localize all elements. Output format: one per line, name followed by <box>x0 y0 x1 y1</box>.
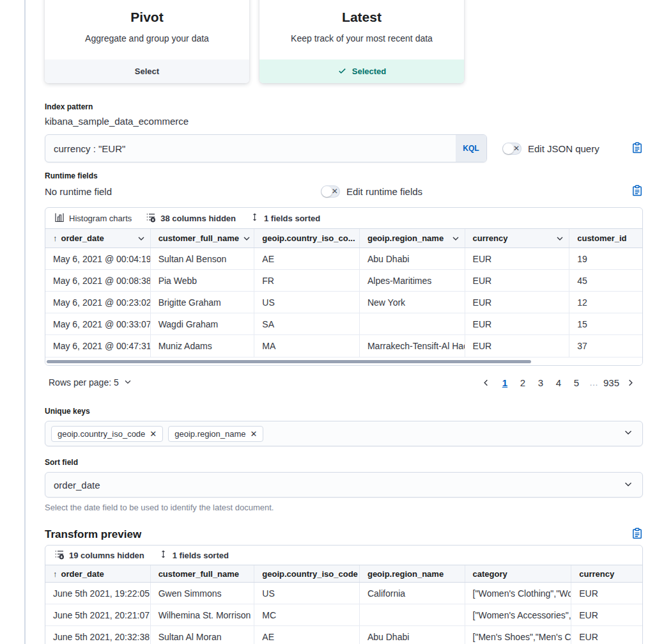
page-button-4[interactable]: 4 <box>551 375 566 390</box>
grid-cell[interactable]: Marrakech-Tensift-Al Hao... <box>360 335 465 357</box>
page-button-5[interactable]: 5 <box>569 375 584 390</box>
grid-cell[interactable]: AE <box>254 626 360 644</box>
grid-cell[interactable]: ["Women's Accessories","... <box>465 604 572 625</box>
columns-hidden-button[interactable]: 38 columns hidden <box>141 210 241 227</box>
grid-cell[interactable]: 19 <box>569 248 642 269</box>
grid-cell[interactable]: US <box>254 583 360 604</box>
histogram-charts-button[interactable]: Histogram charts <box>49 210 137 227</box>
table-row: May 6, 2021 @ 00:04:19...Sultan Al Benso… <box>45 248 642 270</box>
kql-query-input[interactable]: currency : "EUR" KQL <box>45 134 487 162</box>
unique-key-pill[interactable]: geoip.country_iso_code✕ <box>51 426 163 442</box>
column-header-currency[interactable]: currency <box>571 565 642 582</box>
edit-runtime-fields-label: Edit runtime fields <box>346 186 422 197</box>
grid-cell[interactable]: California <box>360 583 465 604</box>
grid-cell[interactable]: EUR <box>465 335 570 357</box>
copy-json-query-button[interactable] <box>631 142 643 155</box>
horizontal-scrollbar-track[interactable] <box>45 357 642 365</box>
grid-cell[interactable]: May 6, 2021 @ 00:08:38... <box>45 270 151 291</box>
grid-cell[interactable]: Wagdi Graham <box>151 313 255 334</box>
grid-cell[interactable]: Abu Dhabi <box>360 248 465 269</box>
column-header-order_date[interactable]: ↑order_date <box>45 565 151 582</box>
fields-sorted-button[interactable]: 1 fields sorted <box>153 547 234 563</box>
grid-cell[interactable]: EUR <box>571 604 642 625</box>
grid-cell[interactable]: MA <box>254 335 360 357</box>
edit-runtime-fields-toggle[interactable]: ✕ <box>321 185 340 198</box>
grid-cell[interactable]: FR <box>254 270 360 291</box>
column-header-customer_full_name[interactable]: customer_full_name <box>151 565 255 582</box>
unique-keys-combobox[interactable]: geoip.country_iso_code✕geoip.region_name… <box>45 421 643 446</box>
grid-cell[interactable]: May 6, 2021 @ 00:33:07... <box>45 313 151 334</box>
unique-keys-label: Unique keys <box>45 407 643 416</box>
grid-cell[interactable]: ["Women's Clothing","Wo... <box>465 583 572 604</box>
grid-cell[interactable]: EUR <box>465 270 570 291</box>
grid-cell[interactable]: Wilhemina St. Morrison <box>151 604 255 625</box>
previous-page-button[interactable] <box>477 378 495 388</box>
grid-cell[interactable]: New York <box>360 292 465 313</box>
copy-preview-button[interactable] <box>631 528 643 541</box>
histogram-icon <box>54 212 65 224</box>
column-header-currency[interactable]: currency <box>465 229 570 247</box>
grid-cell[interactable]: Sultan Al Benson <box>151 248 255 269</box>
grid-cell[interactable]: May 6, 2021 @ 00:23:02... <box>45 292 151 313</box>
pivot-select-button[interactable]: Select <box>45 59 249 83</box>
grid-cell[interactable]: EUR <box>465 248 570 269</box>
grid-cell[interactable]: May 6, 2021 @ 00:04:19... <box>45 248 151 269</box>
sort-fields-icon <box>158 549 168 561</box>
grid-cell[interactable]: AE <box>254 248 360 269</box>
column-header-category[interactable]: category <box>465 565 572 582</box>
grid-cell[interactable]: 12 <box>569 292 642 313</box>
grid-cell[interactable]: Muniz Adams <box>151 335 255 357</box>
grid-cell[interactable]: June 5th 2021, 19:22:05 <box>45 583 151 604</box>
grid-cell[interactable]: Gwen Simmons <box>151 583 255 604</box>
fields-sorted-button[interactable]: 1 fields sorted <box>245 210 325 226</box>
grid-cell[interactable] <box>360 313 465 334</box>
column-header-order_date[interactable]: ↑order_date <box>45 229 151 247</box>
next-page-button[interactable] <box>622 378 639 388</box>
remove-key-icon[interactable]: ✕ <box>150 429 157 439</box>
grid-cell[interactable]: ["Men's Shoes","Men's Cl... <box>465 626 572 644</box>
column-header-customer_id[interactable]: customer_id <box>569 229 642 247</box>
copy-runtime-fields-button[interactable] <box>631 185 643 198</box>
page-button-2[interactable]: 2 <box>515 375 530 390</box>
grid-cell[interactable]: 15 <box>569 313 642 334</box>
rows-per-page-button[interactable]: Rows per page: 5 <box>49 377 132 388</box>
grid-cell[interactable]: Brigitte Graham <box>151 292 255 313</box>
grid-cell[interactable]: 45 <box>569 270 642 291</box>
grid-cell[interactable]: Abu Dhabi <box>360 626 465 644</box>
column-header-geoipregion_name[interactable]: geoip.region_name <box>360 565 465 582</box>
grid-cell[interactable]: May 6, 2021 @ 00:47:31... <box>45 335 151 357</box>
grid-cell[interactable]: Alpes-Maritimes <box>360 270 465 291</box>
column-header-geoipregion_name[interactable]: geoip.region_name <box>360 229 465 247</box>
grid-cell[interactable] <box>360 604 465 625</box>
kql-language-badge[interactable]: KQL <box>456 135 486 162</box>
remove-key-icon[interactable]: ✕ <box>251 429 258 439</box>
grid-cell[interactable]: US <box>254 292 360 313</box>
unique-key-pill[interactable]: geoip.region_name✕ <box>168 426 263 442</box>
grid-cell[interactable]: MC <box>254 604 360 625</box>
query-text[interactable]: currency : "EUR" <box>45 135 456 162</box>
grid-cell[interactable]: Sultan Al Moran <box>151 626 255 644</box>
columns-hidden-button[interactable]: 19 columns hidden <box>49 547 150 564</box>
column-header-geoipcountry_iso_co[interactable]: geoip.country_iso_co... <box>254 229 360 247</box>
grid-cell[interactable]: 37 <box>569 335 642 357</box>
sort-field-select[interactable]: order_date <box>45 472 643 498</box>
horizontal-scrollbar-thumb[interactable] <box>47 360 531 363</box>
pivot-card[interactable]: Pivot Aggregate and group your data Sele… <box>45 0 249 83</box>
page-button-3[interactable]: 3 <box>533 375 548 390</box>
grid-cell[interactable]: EUR <box>465 313 570 334</box>
grid-cell[interactable]: EUR <box>571 583 642 604</box>
grid-cell[interactable]: EUR <box>571 626 642 644</box>
column-header-geoipcountry_iso_code[interactable]: geoip.country_iso_code <box>254 565 360 582</box>
grid-cell[interactable]: Pia Webb <box>151 270 255 291</box>
grid-cell[interactable]: SA <box>254 313 360 334</box>
page-button-1[interactable]: 1 <box>497 375 513 390</box>
column-header-customer_full_name[interactable]: customer_full_name <box>151 229 255 247</box>
latest-selected-button[interactable]: Selected <box>259 59 464 83</box>
latest-card[interactable]: Latest Keep track of your most recent da… <box>259 0 464 83</box>
grid-cell[interactable]: June 5th 2021, 20:32:38 <box>45 626 151 644</box>
edit-json-query-toggle[interactable]: ✕ <box>502 143 522 155</box>
grid-cell[interactable]: June 5th 2021, 20:21:07 <box>45 604 151 625</box>
page-button-935[interactable]: 935 <box>603 375 619 390</box>
chevron-down-icon[interactable] <box>623 427 633 440</box>
grid-cell[interactable]: EUR <box>465 292 570 313</box>
